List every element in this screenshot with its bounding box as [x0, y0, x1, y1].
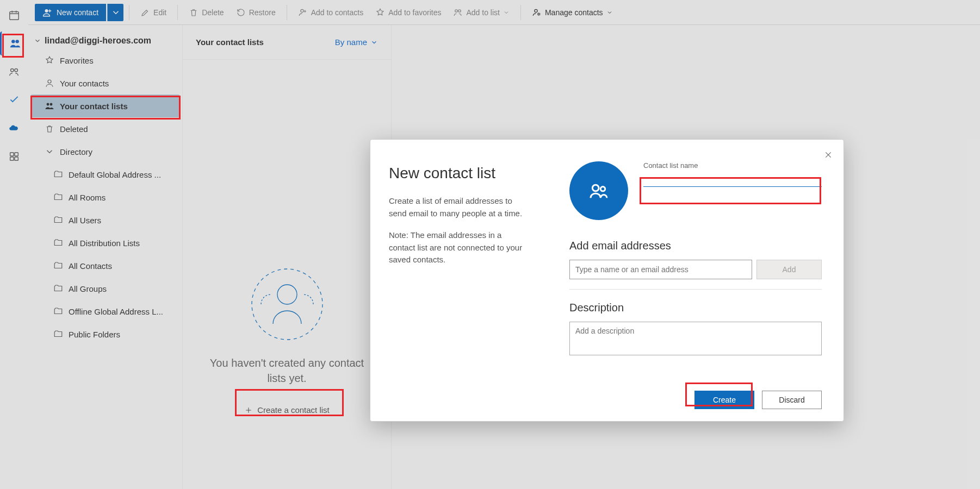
sidebar-directory-item[interactable]: All Contacts: [28, 254, 182, 277]
manage-contacts-button[interactable]: Manage contacts: [526, 4, 618, 21]
empty-illustration: [249, 266, 325, 342]
edit-button[interactable]: Edit: [135, 4, 172, 21]
new-contact-dropdown[interactable]: [107, 4, 123, 21]
more-apps-rail-icon[interactable]: [2, 145, 26, 168]
onedrive-rail-icon[interactable]: [2, 116, 26, 140]
svg-point-11: [455, 9, 458, 12]
sidebar-item-your-contact-lists[interactable]: Your contact lists: [30, 95, 180, 117]
list-column: Your contact lists By name You haven't c…: [183, 25, 392, 489]
svg-point-14: [538, 13, 539, 15]
svg-rect-7: [10, 157, 14, 160]
calendar-rail-icon[interactable]: [2, 3, 26, 27]
svg-point-15: [48, 80, 51, 83]
sidebar-item-favorites[interactable]: Favorites: [28, 49, 182, 72]
delete-button[interactable]: Delete: [183, 4, 229, 21]
svg-point-10: [301, 9, 303, 12]
empty-message: You haven't created any contact lists ye…: [183, 355, 391, 386]
add-email-button[interactable]: Add: [756, 260, 822, 279]
divider: [129, 5, 129, 20]
add-to-list-button[interactable]: Add to list: [448, 4, 514, 21]
todo-rail-icon[interactable]: [2, 88, 26, 112]
description-heading: Description: [569, 302, 822, 314]
svg-rect-5: [10, 153, 14, 156]
add-to-contacts-button[interactable]: Add to contacts: [293, 4, 369, 21]
modal-close-button[interactable]: [820, 146, 837, 164]
svg-rect-0: [10, 12, 19, 20]
sidebar-item-your-contacts[interactable]: Your contacts: [28, 72, 182, 95]
svg-point-20: [592, 185, 599, 191]
divider: [287, 5, 287, 20]
add-to-favorites-button[interactable]: Add to favorites: [370, 4, 446, 21]
divider: [569, 289, 822, 290]
folder-sidebar: lindad@diggi-heroes.com Favorites Your c…: [28, 25, 183, 489]
svg-point-3: [11, 69, 14, 72]
sidebar-item-deleted[interactable]: Deleted: [28, 117, 182, 140]
sidebar-directory-item[interactable]: Offline Global Address L...: [28, 300, 182, 323]
add-emails-heading: Add email addresses: [569, 240, 822, 252]
sidebar-directory-item[interactable]: All Groups: [28, 277, 182, 300]
contact-list-avatar: [569, 161, 628, 220]
svg-rect-6: [15, 153, 18, 156]
svg-point-9: [45, 9, 48, 12]
sort-dropdown[interactable]: By name: [335, 37, 378, 47]
sidebar-directory-item[interactable]: All Rooms: [28, 186, 182, 209]
email-input[interactable]: [569, 260, 752, 279]
modal-title: New contact list: [389, 165, 529, 182]
app-rail: [0, 3, 28, 489]
sidebar-directory-item[interactable]: All Distribution Lists: [28, 231, 182, 254]
create-contact-list-link[interactable]: Create a contact list: [244, 405, 330, 415]
description-input[interactable]: [569, 322, 822, 355]
sidebar-directory-item[interactable]: Public Folders: [28, 323, 182, 346]
modal-desc-2: Note: The email addresses in a contact l…: [389, 229, 529, 266]
sidebar-directory-item[interactable]: All Users: [28, 209, 182, 231]
toolbar: New contact Edit Delete Restore Add to c…: [28, 0, 980, 25]
discard-button[interactable]: Discard: [762, 391, 822, 409]
contact-list-name-input[interactable]: [643, 172, 822, 187]
modal-desc-1: Create a list of email addresses to send…: [389, 195, 529, 220]
svg-point-13: [535, 9, 537, 12]
restore-button[interactable]: Restore: [231, 4, 281, 21]
svg-point-16: [47, 103, 49, 106]
contact-list-name-label: Contact list name: [643, 161, 822, 170]
divider: [177, 5, 178, 20]
svg-rect-8: [15, 157, 18, 160]
svg-point-21: [600, 187, 605, 191]
svg-point-17: [50, 103, 53, 106]
groups-rail-icon[interactable]: [2, 60, 26, 84]
svg-point-2: [15, 40, 18, 43]
people-rail-icon[interactable]: [0, 32, 28, 55]
new-contact-list-modal: New contact list Create a list of email …: [370, 139, 844, 422]
svg-point-1: [11, 40, 15, 43]
create-button[interactable]: Create: [694, 391, 754, 409]
svg-point-12: [458, 9, 461, 12]
account-toggle[interactable]: lindad@diggi-heroes.com: [28, 33, 182, 49]
svg-point-4: [15, 69, 17, 72]
new-contact-button[interactable]: New contact: [35, 4, 106, 21]
sidebar-item-directory[interactable]: Directory: [28, 140, 182, 163]
svg-point-19: [277, 285, 297, 304]
divider: [520, 5, 521, 20]
sidebar-directory-item[interactable]: Default Global Address ...: [28, 163, 182, 186]
list-title: Your contact lists: [196, 37, 264, 47]
account-email: lindad@diggi-heroes.com: [45, 36, 151, 46]
